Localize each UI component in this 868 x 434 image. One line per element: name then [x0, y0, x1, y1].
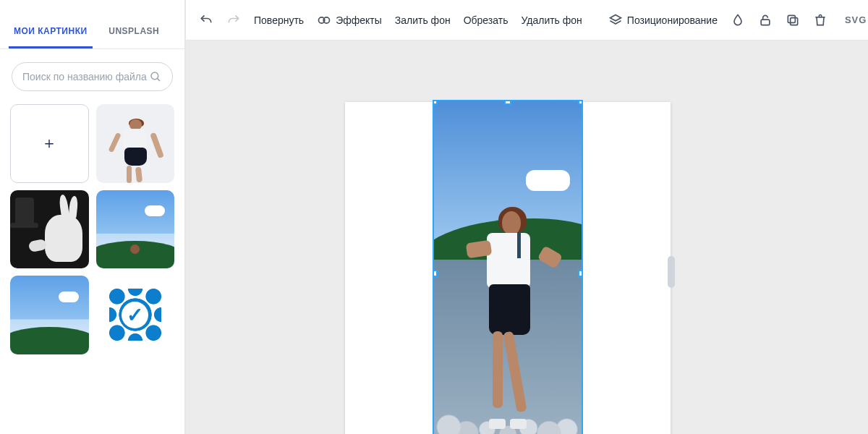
svg-point-0: [151, 72, 158, 80]
canvas[interactable]: [186, 41, 868, 434]
add-image-tile[interactable]: ＋: [10, 104, 89, 183]
lock-icon[interactable]: [758, 13, 773, 27]
resize-handle-t[interactable]: [504, 100, 511, 105]
effects-icon: [317, 13, 331, 27]
image-thumbnail[interactable]: [96, 104, 175, 183]
image-thumbnail[interactable]: [10, 190, 89, 269]
svg-format-label[interactable]: SVG: [845, 14, 867, 25]
tool-label: Залить фон: [395, 14, 451, 26]
search-input-container[interactable]: [12, 62, 173, 91]
svg-rect-6: [788, 15, 795, 22]
image-thumbnail[interactable]: [10, 276, 89, 354]
tab-my-images[interactable]: МОИ КАРТИНКИ: [9, 14, 93, 48]
opacity-icon[interactable]: [731, 13, 745, 27]
tab-label: МОИ КАРТИНКИ: [14, 26, 88, 36]
editor-area: Повернуть Эффекты Залить фон Обрезать Уд…: [186, 0, 868, 434]
tab-unsplash[interactable]: UNSPLASH: [93, 14, 176, 48]
image-thumbnail[interactable]: ✓: [96, 276, 175, 354]
resize-handle-l[interactable]: [433, 270, 438, 277]
search-icon: [149, 70, 162, 83]
sidebar-tabs: МОИ КАРТИНКИ UNSPLASH: [0, 14, 184, 49]
layers-icon: [608, 13, 623, 27]
tool-label: Эффекты: [336, 14, 382, 26]
remove-bg-button[interactable]: Удалить фон: [521, 14, 582, 26]
rotate-button[interactable]: Повернуть: [254, 14, 304, 26]
toolbar: Повернуть Эффекты Залить фон Обрезать Уд…: [186, 0, 868, 41]
svg-line-1: [158, 79, 160, 81]
selected-image[interactable]: [433, 100, 583, 434]
delete-icon[interactable]: [813, 13, 827, 27]
tool-label: Обрезать: [464, 14, 509, 26]
image-thumbnail[interactable]: [96, 190, 175, 269]
page-resize-handle[interactable]: [668, 256, 675, 288]
tool-label: Позиционирование: [627, 14, 718, 26]
tab-label: UNSPLASH: [109, 26, 159, 36]
search-input[interactable]: [22, 71, 149, 82]
crop-button[interactable]: Обрезать: [464, 14, 509, 26]
svg-rect-4: [761, 20, 770, 25]
tool-label: Повернуть: [254, 14, 304, 26]
resize-handle-tl[interactable]: [433, 100, 438, 105]
resize-handle-tr[interactable]: [578, 100, 583, 105]
effects-button[interactable]: Эффекты: [317, 13, 382, 27]
fill-bg-button[interactable]: Залить фон: [395, 14, 451, 26]
undo-icon[interactable]: [199, 13, 213, 27]
tool-label: Удалить фон: [521, 14, 582, 26]
image-grid: ＋ ✓: [0, 97, 184, 434]
svg-rect-5: [791, 17, 798, 25]
search-wrap: [0, 49, 184, 97]
sidebar: МОИ КАРТИНКИ UNSPLASH ＋: [0, 0, 185, 434]
duplicate-icon[interactable]: [786, 13, 800, 27]
plus-icon: ＋: [41, 132, 57, 154]
redo-icon[interactable]: [226, 13, 241, 27]
positioning-button[interactable]: Позиционирование: [608, 13, 718, 27]
resize-handle-r[interactable]: [578, 270, 583, 277]
